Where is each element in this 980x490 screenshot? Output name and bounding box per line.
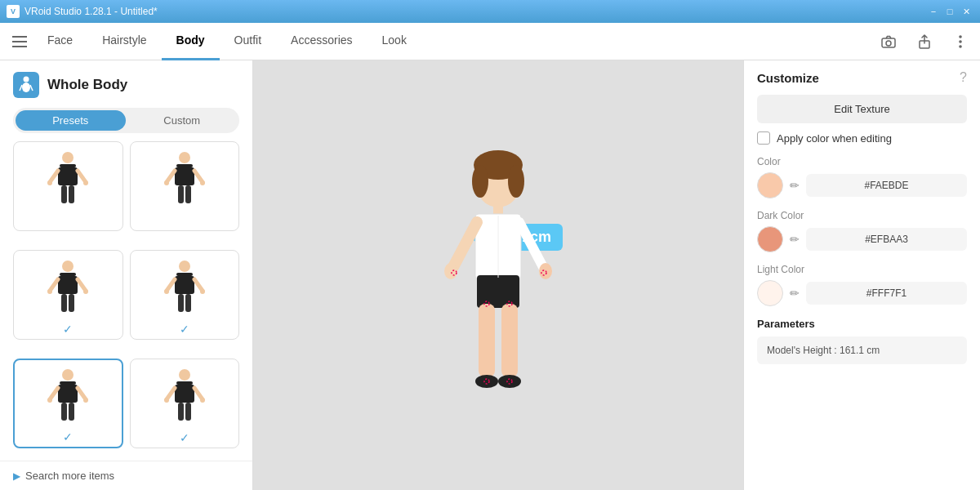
hamburger-menu-icon[interactable] <box>7 23 33 60</box>
light-color-row: ✏ #FFF7F1 <box>757 280 967 306</box>
search-more-button[interactable]: ▶ Search more items <box>0 461 252 490</box>
svg-point-7 <box>959 40 962 43</box>
svg-rect-35 <box>69 294 74 312</box>
svg-point-47 <box>164 289 169 294</box>
dark-pencil-icon[interactable]: ✏ <box>790 233 800 246</box>
svg-line-12 <box>30 85 33 91</box>
svg-line-75 <box>519 222 543 267</box>
color-swatch[interactable] <box>757 172 783 198</box>
body-section-icon <box>13 72 39 98</box>
light-pencil-icon[interactable]: ✏ <box>790 287 800 300</box>
preset-item-6[interactable]: ✓ <box>130 359 240 448</box>
svg-point-48 <box>200 289 205 294</box>
svg-line-11 <box>20 85 22 91</box>
tab-hairstyle[interactable]: Hairstyle <box>87 23 161 60</box>
svg-point-6 <box>959 35 962 38</box>
svg-rect-79 <box>501 304 518 377</box>
search-more-label: Search more items <box>25 470 114 482</box>
svg-line-27 <box>167 171 175 182</box>
svg-rect-61 <box>178 403 184 421</box>
color-section: Color ✏ #FAEBDE <box>757 156 967 198</box>
tab-face[interactable]: Face <box>33 23 87 60</box>
more-options-icon[interactable] <box>947 29 973 55</box>
app-body: Whole Body Presets Custom <box>0 60 980 490</box>
sidebar-header: Whole Body <box>0 60 252 105</box>
svg-rect-41 <box>176 273 193 276</box>
presets-grid: ✓ ✓ <box>0 141 252 461</box>
dark-color-value-button[interactable]: #EFBAA3 <box>806 228 967 251</box>
light-color-label: Light Color <box>757 264 967 275</box>
svg-point-65 <box>164 398 169 403</box>
export-icon[interactable] <box>911 29 938 55</box>
left-sidebar: Whole Body Presets Custom <box>0 60 253 490</box>
checkmark-icon: ✓ <box>63 323 73 336</box>
svg-point-80 <box>475 375 498 388</box>
preset-item-2[interactable] <box>130 141 240 231</box>
svg-point-10 <box>22 82 30 92</box>
tab-body[interactable]: Body <box>162 23 220 60</box>
svg-rect-52 <box>61 403 67 421</box>
apply-color-row: Apply color when editing <box>757 131 967 145</box>
preset-item-1[interactable] <box>13 141 123 231</box>
close-button[interactable]: ✕ <box>959 5 973 18</box>
light-color-value-button[interactable]: #FFF7F1 <box>806 282 967 305</box>
svg-point-30 <box>200 180 205 185</box>
preset-item-5[interactable]: ✓ <box>13 359 123 448</box>
presets-toggle-button[interactable]: Presets <box>16 110 126 131</box>
svg-rect-78 <box>479 304 495 377</box>
minimize-button[interactable]: − <box>926 5 941 18</box>
model-height-param: Model's Height : 161.1 cm <box>757 336 967 364</box>
svg-rect-24 <box>175 167 194 185</box>
maximize-button[interactable]: □ <box>942 5 957 18</box>
title-bar: V VRoid Studio 1.28.1 - Untitled* − □ ✕ <box>0 0 980 23</box>
apply-color-checkbox[interactable] <box>757 131 770 145</box>
window-title: VRoid Studio 1.28.1 - Untitled* <box>24 6 158 17</box>
svg-point-70 <box>508 165 524 198</box>
canvas-area: 161.1cm <box>253 60 743 490</box>
svg-rect-42 <box>175 276 194 294</box>
svg-rect-59 <box>176 381 193 385</box>
checkmark-icon: ✓ <box>180 431 189 444</box>
parameters-title: Parameters <box>757 318 967 330</box>
color-row: ✏ #FAEBDE <box>757 172 967 198</box>
dark-color-swatch[interactable] <box>757 226 783 252</box>
svg-point-13 <box>62 152 74 163</box>
preset-item-4[interactable]: ✓ <box>130 250 240 340</box>
character-figure <box>408 140 588 483</box>
svg-rect-0 <box>12 36 27 38</box>
preset-item-3[interactable]: ✓ <box>13 250 123 340</box>
svg-point-58 <box>179 369 190 381</box>
svg-rect-44 <box>185 294 191 312</box>
help-icon[interactable]: ? <box>960 70 967 85</box>
window-controls[interactable]: − □ ✕ <box>926 5 973 18</box>
checkmark-icon: ✓ <box>63 430 73 443</box>
svg-line-45 <box>167 279 175 291</box>
svg-point-66 <box>200 398 205 403</box>
svg-point-20 <box>47 180 52 185</box>
svg-point-22 <box>179 152 190 163</box>
svg-rect-26 <box>185 185 191 203</box>
svg-point-21 <box>83 180 88 185</box>
custom-toggle-button[interactable]: Custom <box>127 110 238 131</box>
light-color-swatch[interactable] <box>757 280 783 306</box>
color-value-button[interactable]: #FAEBDE <box>806 174 967 197</box>
svg-rect-34 <box>61 294 67 312</box>
tab-accessories[interactable]: Accessories <box>276 23 367 60</box>
dark-color-label: Dark Color <box>757 210 967 221</box>
svg-line-18 <box>50 171 58 182</box>
tab-look[interactable]: Look <box>368 23 421 60</box>
checkmark-icon: ✓ <box>180 323 189 336</box>
svg-point-69 <box>472 165 488 198</box>
svg-point-31 <box>62 261 74 272</box>
tab-outfit[interactable]: Outfit <box>220 23 276 60</box>
svg-rect-43 <box>178 294 184 312</box>
svg-rect-50 <box>60 381 76 385</box>
parameters-section: Parameters Model's Height : 161.1 cm <box>757 318 967 364</box>
svg-line-28 <box>194 171 203 182</box>
color-label: Color <box>757 156 967 167</box>
pencil-icon[interactable]: ✏ <box>790 179 800 192</box>
svg-line-36 <box>50 279 58 291</box>
edit-texture-button[interactable]: Edit Texture <box>757 95 967 123</box>
svg-rect-2 <box>12 46 27 47</box>
camera-icon[interactable] <box>875 29 902 55</box>
